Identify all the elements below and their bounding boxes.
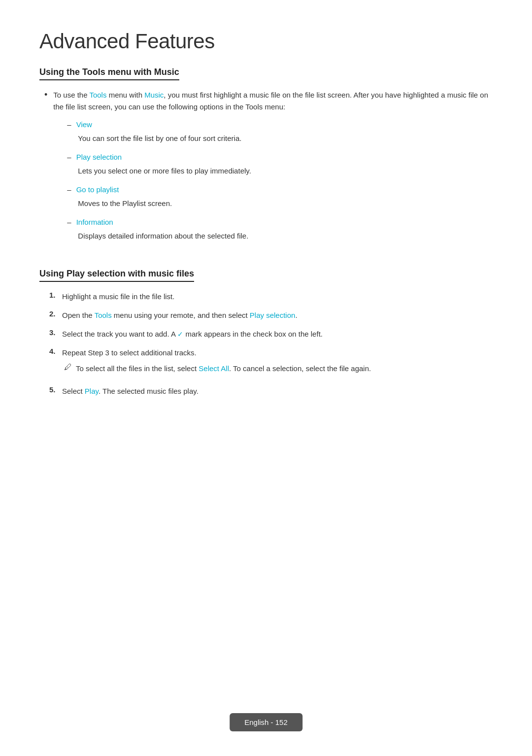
tools-link-2: Tools (95, 311, 112, 319)
step-3: 3. Select the track you want to add. A ✓… (49, 328, 493, 340)
page-container: Advanced Features Using the Tools menu w… (0, 0, 532, 756)
bullet-item: • To use the Tools menu with Music, you … (39, 89, 493, 249)
sub-item-information: – Information Displays detailed informat… (67, 216, 493, 242)
step-4-note: 🖊 To select all the files in the list, s… (49, 363, 371, 375)
section2-heading: Using Play selection with music files (39, 269, 194, 282)
step-2-num: 2. (49, 309, 62, 318)
note-icon: 🖊 (64, 363, 72, 372)
step-5: 5. Select Play. The selected music files… (49, 385, 493, 397)
sub-item-play-selection-desc: Lets you select one or more files to pla… (67, 165, 493, 177)
checkmark-icon: ✓ (177, 330, 183, 338)
step-5-text: Select Play. The selected music files pl… (62, 385, 199, 397)
sub-item-information-label: Information (76, 216, 113, 228)
step-2-text: Open the Tools menu using your remote, a… (62, 309, 298, 321)
sub-item-play-selection: – Play selection Lets you select one or … (67, 151, 493, 177)
bullet-text: To use the Tools menu with Music, you mu… (53, 89, 493, 249)
sub-item-go-to-playlist-desc: Moves to the Playlist screen. (67, 198, 493, 209)
sub-item-view: – View You can sort the file list by one… (67, 119, 493, 144)
sub-item-information-desc: Displays detailed information about the … (67, 230, 493, 242)
sub-item-go-to-playlist-header: – Go to playlist (67, 184, 493, 196)
section-tools-music: Using the Tools menu with Music • To use… (39, 67, 493, 249)
sub-item-view-desc: You can sort the file list by one of fou… (67, 133, 493, 144)
sub-items-list: – View You can sort the file list by one… (67, 119, 493, 242)
step-3-text: Select the track you want to add. A ✓ ma… (62, 328, 323, 340)
sub-item-play-selection-header: – Play selection (67, 151, 493, 163)
sub-item-view-header: – View (67, 119, 493, 131)
play-link: Play (85, 387, 99, 395)
dash-view: – (67, 119, 71, 131)
step-3-num: 3. (49, 328, 62, 337)
tools-link-1: Tools (89, 91, 106, 99)
dash-go-to-playlist: – (67, 184, 71, 196)
step-2: 2. Open the Tools menu using your remote… (49, 309, 493, 321)
steps-list: 1. Highlight a music file in the file li… (39, 291, 493, 397)
bullet-dot: • (44, 90, 47, 100)
step-4-note-text: To select all the files in the list, sel… (76, 363, 371, 375)
section-play-selection: Using Play selection with music files 1.… (39, 269, 493, 397)
step-1-num: 1. (49, 291, 62, 299)
select-all-link: Select All (199, 364, 229, 373)
sub-item-play-selection-label: Play selection (76, 151, 122, 163)
step-1-text: Highlight a music file in the file list. (62, 291, 174, 303)
step-4-text: Repeat Step 3 to select additional track… (62, 347, 197, 359)
section1-heading: Using the Tools menu with Music (39, 67, 179, 80)
music-link: Music (144, 91, 164, 99)
dash-information: – (67, 216, 71, 228)
step-1: 1. Highlight a music file in the file li… (49, 291, 493, 303)
page-title: Advanced Features (39, 30, 493, 53)
step-4: 4. Repeat Step 3 to select additional tr… (49, 347, 493, 378)
sub-item-go-to-playlist-label: Go to playlist (76, 184, 119, 196)
step-4-num: 4. (49, 347, 62, 355)
dash-play-selection: – (67, 151, 71, 163)
footer-badge: English - 152 (230, 713, 302, 731)
sub-item-view-label: View (76, 119, 92, 131)
step-5-num: 5. (49, 385, 62, 394)
sub-item-information-header: – Information (67, 216, 493, 228)
play-selection-link: Play selection (250, 311, 296, 319)
sub-item-go-to-playlist: – Go to playlist Moves to the Playlist s… (67, 184, 493, 209)
